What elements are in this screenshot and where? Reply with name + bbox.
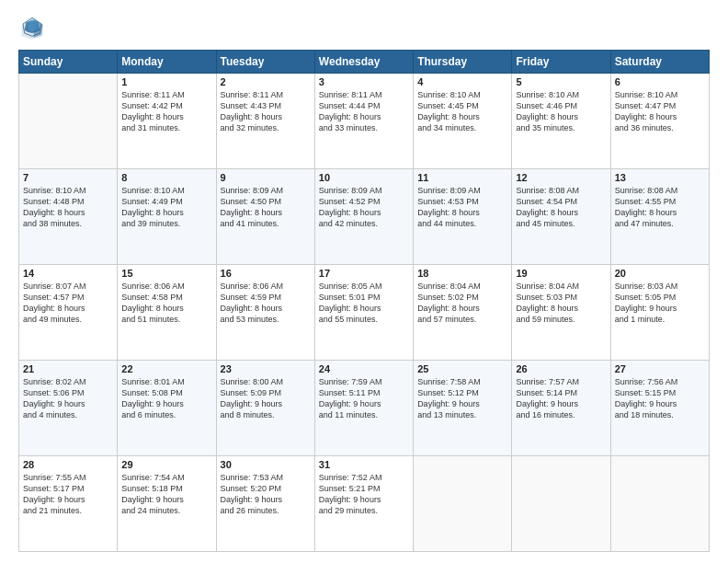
- calendar-cell: [19, 74, 118, 169]
- day-number: 16: [221, 268, 311, 279]
- day-number: 15: [121, 268, 211, 279]
- calendar-cell: 11Sunrise: 8:09 AMSunset: 4:53 PMDayligh…: [414, 169, 512, 265]
- calendar-cell: 17Sunrise: 8:05 AMSunset: 5:01 PMDayligh…: [314, 265, 413, 361]
- calendar-cell: 18Sunrise: 8:04 AMSunset: 5:02 PMDayligh…: [414, 265, 512, 361]
- day-number: 30: [221, 459, 311, 470]
- day-number: 12: [516, 172, 606, 183]
- day-number: 2: [221, 76, 311, 87]
- day-number: 25: [417, 363, 507, 374]
- calendar-cell: [512, 456, 610, 552]
- calendar-week-4: 21Sunrise: 8:02 AMSunset: 5:06 PMDayligh…: [19, 361, 710, 456]
- day-number: 7: [23, 172, 113, 183]
- cell-info: Sunrise: 8:08 AMSunset: 4:55 PMDaylight:…: [615, 185, 705, 230]
- cell-info: Sunrise: 7:56 AMSunset: 5:15 PMDaylight:…: [615, 376, 705, 421]
- calendar-cell: 1Sunrise: 8:11 AMSunset: 4:42 PMDaylight…: [118, 74, 216, 169]
- weekday-header-row: SundayMondayTuesdayWednesdayThursdayFrid…: [19, 51, 710, 74]
- cell-info: Sunrise: 8:02 AMSunset: 5:06 PMDaylight:…: [23, 376, 113, 421]
- cell-info: Sunrise: 8:04 AMSunset: 5:03 PMDaylight:…: [516, 281, 606, 326]
- day-number: 14: [23, 268, 113, 279]
- cell-info: Sunrise: 8:08 AMSunset: 4:54 PMDaylight:…: [516, 185, 606, 230]
- day-number: 5: [516, 76, 606, 87]
- calendar-cell: 28Sunrise: 7:55 AMSunset: 5:17 PMDayligh…: [19, 456, 118, 552]
- cell-info: Sunrise: 8:01 AMSunset: 5:08 PMDaylight:…: [121, 376, 211, 421]
- page: SundayMondayTuesdayWednesdayThursdayFrid…: [0, 0, 728, 563]
- calendar-cell: 22Sunrise: 8:01 AMSunset: 5:08 PMDayligh…: [118, 361, 216, 456]
- day-number: 27: [615, 363, 705, 374]
- cell-info: Sunrise: 8:06 AMSunset: 4:58 PMDaylight:…: [121, 281, 211, 326]
- calendar-cell: 13Sunrise: 8:08 AMSunset: 4:55 PMDayligh…: [610, 169, 709, 265]
- calendar-cell: 31Sunrise: 7:52 AMSunset: 5:21 PMDayligh…: [314, 456, 413, 552]
- calendar-cell: 27Sunrise: 7:56 AMSunset: 5:15 PMDayligh…: [610, 361, 709, 456]
- weekday-header-wednesday: Wednesday: [314, 51, 413, 74]
- day-number: 19: [516, 268, 606, 279]
- cell-info: Sunrise: 8:00 AMSunset: 5:09 PMDaylight:…: [221, 376, 311, 421]
- day-number: 23: [221, 363, 311, 374]
- weekday-header-saturday: Saturday: [610, 51, 709, 74]
- day-number: 1: [121, 76, 211, 87]
- day-number: 13: [615, 172, 705, 183]
- cell-info: Sunrise: 8:07 AMSunset: 4:57 PMDaylight:…: [23, 281, 113, 326]
- calendar-cell: 2Sunrise: 8:11 AMSunset: 4:43 PMDaylight…: [216, 74, 314, 169]
- cell-info: Sunrise: 8:11 AMSunset: 4:42 PMDaylight:…: [121, 89, 211, 134]
- calendar-cell: 23Sunrise: 8:00 AMSunset: 5:09 PMDayligh…: [216, 361, 314, 456]
- calendar-table: SundayMondayTuesdayWednesdayThursdayFrid…: [18, 50, 710, 552]
- calendar-cell: 5Sunrise: 8:10 AMSunset: 4:46 PMDaylight…: [512, 74, 610, 169]
- calendar-cell: 20Sunrise: 8:03 AMSunset: 5:05 PMDayligh…: [610, 265, 709, 361]
- cell-info: Sunrise: 8:04 AMSunset: 5:02 PMDaylight:…: [417, 281, 507, 326]
- day-number: 24: [319, 363, 409, 374]
- day-number: 20: [615, 268, 705, 279]
- day-number: 21: [23, 363, 113, 374]
- day-number: 28: [23, 459, 113, 470]
- cell-info: Sunrise: 8:05 AMSunset: 5:01 PMDaylight:…: [319, 281, 409, 326]
- cell-info: Sunrise: 8:09 AMSunset: 4:50 PMDaylight:…: [221, 185, 311, 230]
- calendar-cell: 10Sunrise: 8:09 AMSunset: 4:52 PMDayligh…: [314, 169, 413, 265]
- calendar-cell: 7Sunrise: 8:10 AMSunset: 4:48 PMDaylight…: [19, 169, 118, 265]
- calendar-week-2: 7Sunrise: 8:10 AMSunset: 4:48 PMDaylight…: [19, 169, 710, 265]
- cell-info: Sunrise: 7:59 AMSunset: 5:11 PMDaylight:…: [319, 376, 409, 421]
- calendar-cell: 26Sunrise: 7:57 AMSunset: 5:14 PMDayligh…: [512, 361, 610, 456]
- day-number: 18: [417, 268, 507, 279]
- calendar-cell: 19Sunrise: 8:04 AMSunset: 5:03 PMDayligh…: [512, 265, 610, 361]
- cell-info: Sunrise: 7:52 AMSunset: 5:21 PMDaylight:…: [319, 472, 409, 517]
- cell-info: Sunrise: 7:53 AMSunset: 5:20 PMDaylight:…: [221, 472, 311, 517]
- calendar-cell: 9Sunrise: 8:09 AMSunset: 4:50 PMDaylight…: [216, 169, 314, 265]
- cell-info: Sunrise: 8:11 AMSunset: 4:44 PMDaylight:…: [319, 89, 409, 134]
- weekday-header-tuesday: Tuesday: [216, 51, 314, 74]
- cell-info: Sunrise: 8:11 AMSunset: 4:43 PMDaylight:…: [221, 89, 311, 134]
- calendar-cell: 21Sunrise: 8:02 AMSunset: 5:06 PMDayligh…: [19, 361, 118, 456]
- day-number: 22: [121, 363, 211, 374]
- cell-info: Sunrise: 8:10 AMSunset: 4:47 PMDaylight:…: [615, 89, 705, 134]
- day-number: 26: [516, 363, 606, 374]
- calendar-cell: 16Sunrise: 8:06 AMSunset: 4:59 PMDayligh…: [216, 265, 314, 361]
- weekday-header-sunday: Sunday: [19, 51, 118, 74]
- calendar-cell: 24Sunrise: 7:59 AMSunset: 5:11 PMDayligh…: [314, 361, 413, 456]
- day-number: 9: [221, 172, 311, 183]
- cell-info: Sunrise: 8:09 AMSunset: 4:53 PMDaylight:…: [417, 185, 507, 230]
- calendar-cell: 3Sunrise: 8:11 AMSunset: 4:44 PMDaylight…: [314, 74, 413, 169]
- weekday-header-monday: Monday: [118, 51, 216, 74]
- day-number: 11: [417, 172, 507, 183]
- calendar-week-5: 28Sunrise: 7:55 AMSunset: 5:17 PMDayligh…: [19, 456, 710, 552]
- calendar-cell: 12Sunrise: 8:08 AMSunset: 4:54 PMDayligh…: [512, 169, 610, 265]
- day-number: 4: [417, 76, 507, 87]
- day-number: 8: [121, 172, 211, 183]
- calendar-week-1: 1Sunrise: 8:11 AMSunset: 4:42 PMDaylight…: [19, 74, 710, 169]
- cell-info: Sunrise: 8:10 AMSunset: 4:48 PMDaylight:…: [23, 185, 113, 230]
- calendar-cell: [610, 456, 709, 552]
- cell-info: Sunrise: 7:58 AMSunset: 5:12 PMDaylight:…: [417, 376, 507, 421]
- cell-info: Sunrise: 7:55 AMSunset: 5:17 PMDaylight:…: [23, 472, 113, 517]
- day-number: 17: [319, 268, 409, 279]
- cell-info: Sunrise: 8:10 AMSunset: 4:49 PMDaylight:…: [121, 185, 211, 230]
- logo-icon: [18, 15, 46, 42]
- calendar-cell: 8Sunrise: 8:10 AMSunset: 4:49 PMDaylight…: [118, 169, 216, 265]
- header: [18, 15, 710, 42]
- day-number: 29: [121, 459, 211, 470]
- cell-info: Sunrise: 7:57 AMSunset: 5:14 PMDaylight:…: [516, 376, 606, 421]
- calendar-week-3: 14Sunrise: 8:07 AMSunset: 4:57 PMDayligh…: [19, 265, 710, 361]
- cell-info: Sunrise: 8:09 AMSunset: 4:52 PMDaylight:…: [319, 185, 409, 230]
- calendar-cell: 30Sunrise: 7:53 AMSunset: 5:20 PMDayligh…: [216, 456, 314, 552]
- day-number: 10: [319, 172, 409, 183]
- calendar-cell: 29Sunrise: 7:54 AMSunset: 5:18 PMDayligh…: [118, 456, 216, 552]
- calendar-cell: 4Sunrise: 8:10 AMSunset: 4:45 PMDaylight…: [414, 74, 512, 169]
- cell-info: Sunrise: 7:54 AMSunset: 5:18 PMDaylight:…: [121, 472, 211, 517]
